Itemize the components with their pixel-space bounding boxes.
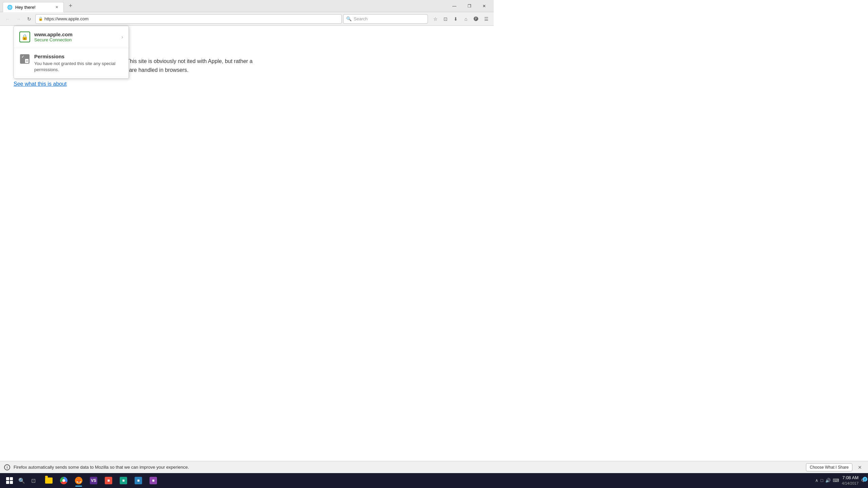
- active-tab[interactable]: 🌐 Hey there! ✕: [3, 2, 64, 12]
- permissions-icon: ✓ ✕: [19, 54, 30, 64]
- download-button[interactable]: ⬇: [451, 14, 460, 24]
- site-info-popup: 🔒 www.apple.com Secure Connection › ✓ ✕: [14, 26, 129, 79]
- back-button[interactable]: ←: [3, 14, 12, 24]
- search-placeholder: Search: [354, 16, 368, 21]
- permissions-text: Permissions You have not granted this si…: [34, 54, 123, 73]
- site-domain: www.apple.com: [34, 32, 73, 37]
- maximize-button[interactable]: ❐: [462, 0, 476, 12]
- tab-favicon: 🌐: [7, 5, 13, 10]
- see-what-link[interactable]: See what this is about: [14, 81, 67, 87]
- permissions-section: ✓ ✕ Permissions You have not granted thi…: [14, 48, 129, 78]
- close-button[interactable]: ✕: [477, 0, 491, 12]
- search-icon: 🔍: [346, 16, 352, 21]
- chevron-right-icon: ›: [121, 34, 123, 40]
- url-text: https://www.apple.com: [44, 16, 339, 21]
- permissions-title: Permissions: [34, 54, 123, 59]
- tab-close-button[interactable]: ✕: [54, 4, 59, 10]
- bookmark-button[interactable]: ☆: [431, 14, 440, 24]
- reload-button[interactable]: ↻: [24, 14, 34, 24]
- minimize-button[interactable]: —: [448, 0, 461, 12]
- permissions-header: ✓ ✕ Permissions You have not granted thi…: [19, 54, 123, 73]
- secure-lock-icon: 🔒: [19, 32, 30, 42]
- url-bar[interactable]: 🔒 https://www.apple.com: [35, 14, 342, 24]
- new-tab-button[interactable]: +: [66, 1, 75, 11]
- permissions-description: You have not granted this site any speci…: [34, 61, 123, 73]
- navbar: ← → ↻ 🔒 https://www.apple.com 🔍 Search ☆…: [0, 12, 494, 26]
- menu-button[interactable]: ☰: [481, 14, 491, 24]
- screenshots-button[interactable]: ⊡: [441, 14, 450, 24]
- tab-strip: 🌐 Hey there! ✕ +: [3, 0, 75, 12]
- forward-button[interactable]: →: [14, 14, 23, 24]
- titlebar: 🌐 Hey there! ✕ + — ❐ ✕: [0, 0, 494, 12]
- lock-icon: 🔒: [38, 17, 43, 21]
- home-button[interactable]: ⌂: [461, 14, 471, 24]
- pocket-button[interactable]: 🅟: [471, 14, 481, 24]
- nav-actions: ☆ ⊡ ⬇ ⌂ 🅟 ☰: [431, 14, 491, 24]
- site-info-header[interactable]: 🔒 www.apple.com Secure Connection ›: [14, 26, 129, 48]
- site-connection-status: Secure Connection: [34, 37, 73, 42]
- tab-title: Hey there!: [15, 5, 51, 10]
- search-bar[interactable]: 🔍 Search: [343, 14, 428, 24]
- site-domain-info: www.apple.com Secure Connection: [34, 32, 73, 42]
- window-controls: — ❐ ✕: [448, 0, 491, 12]
